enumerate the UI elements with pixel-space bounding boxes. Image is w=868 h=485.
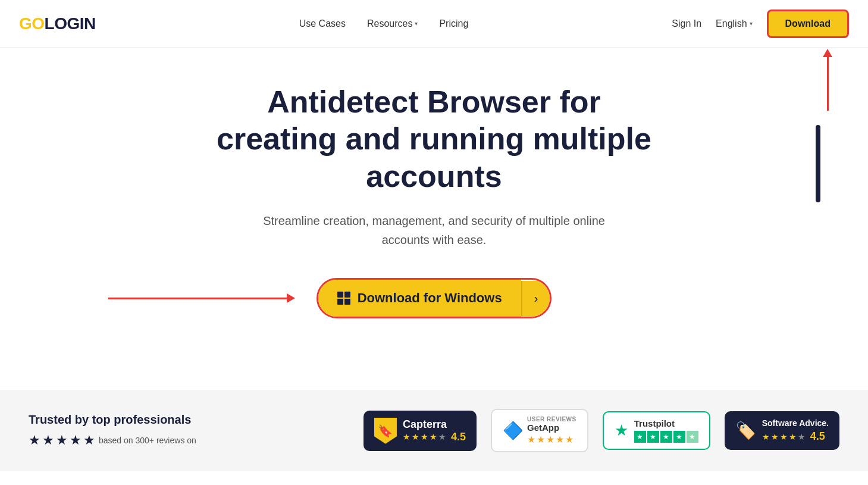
logo-text: GOLOGIN — [19, 14, 96, 33]
star-1: ★ — [29, 433, 40, 448]
logo-login: LOGIN — [45, 14, 96, 33]
capterra-name: Capterra — [403, 418, 466, 431]
getapp-label: USER REVIEWS — [527, 416, 576, 423]
navbar: GOLOGIN Use Cases Resources ▾ Pricing Si… — [0, 0, 868, 48]
badge-trustpilot[interactable]: ★ Trustpilot ★ ★ ★ ★ ★ — [603, 411, 710, 450]
trustpilot-icon: ★ — [615, 421, 628, 440]
arrow-head — [287, 293, 295, 303]
badge-software-advice[interactable]: 🏷️ Software Advice. ★ ★ ★ ★ ★ 4.5 — [725, 411, 839, 450]
star-5: ★ — [83, 433, 95, 448]
software-advice-info: Software Advice. ★ ★ ★ ★ ★ 4.5 — [762, 418, 829, 443]
getapp-icon: 🔷 — [503, 421, 524, 440]
nav-resources[interactable]: Resources ▾ — [367, 18, 418, 29]
hero-subtitle: Streamline creation, management, and sec… — [262, 211, 607, 249]
star-4: ★ — [70, 433, 82, 448]
download-button-nav[interactable]: Download — [767, 10, 849, 38]
logo[interactable]: GOLOGIN — [19, 14, 96, 33]
chevron-down-icon: ▾ — [415, 20, 418, 27]
software-advice-stars: ★ ★ ★ ★ ★ 4.5 — [762, 430, 829, 443]
badge-capterra[interactable]: 🔖 Capterra ★ ★ ★ ★ ★ 4.5 — [364, 411, 477, 451]
download-area: Download for Windows › — [317, 278, 552, 318]
nav-sign-in[interactable]: Sign In — [672, 18, 701, 29]
software-advice-name: Software Advice. — [762, 418, 829, 428]
rating-stars: ★ ★ ★ ★ ★ — [29, 433, 95, 448]
nav-language[interactable]: English ▾ — [716, 18, 752, 29]
trustpilot-stars: ★ ★ ★ ★ ★ — [634, 431, 698, 443]
capterra-icon: 🔖 — [374, 418, 397, 444]
capterra-info: Capterra ★ ★ ★ ★ ★ 4.5 — [403, 418, 466, 443]
logo-go: GO — [19, 14, 45, 33]
trustpilot-name: Trustpilot — [634, 418, 698, 428]
annotation-arrow-left — [108, 293, 295, 303]
nav-pricing[interactable]: Pricing — [439, 18, 468, 29]
stars-text: based on 300+ reviews on — [99, 436, 196, 445]
vertical-bar-decoration — [816, 125, 820, 202]
nav-links: Use Cases Resources ▾ Pricing — [299, 18, 469, 29]
stars-row: ★ ★ ★ ★ ★ based on 300+ reviews on — [29, 433, 196, 448]
badge-getapp[interactable]: 🔷 USER REVIEWS GetApp ★ ★ ★ ★ ★ — [491, 409, 588, 452]
hero-title: Antidetect Browser for creating and runn… — [208, 83, 660, 195]
hero-section: Antidetect Browser for creating and runn… — [0, 48, 868, 342]
nav-use-cases[interactable]: Use Cases — [299, 18, 346, 29]
trusted-title: Trusted by top professionals — [29, 413, 196, 427]
star-3: ★ — [56, 433, 68, 448]
nav-right: Sign In English ▾ Download — [672, 10, 849, 38]
windows-icon — [337, 292, 350, 305]
download-more-options[interactable]: › — [521, 281, 550, 316]
chevron-down-icon: ▾ — [750, 20, 753, 27]
getapp-info: USER REVIEWS GetApp ★ ★ ★ ★ ★ — [527, 416, 576, 445]
star-2: ★ — [42, 433, 54, 448]
getapp-stars: ★ ★ ★ ★ ★ — [527, 434, 576, 445]
software-advice-icon: 🏷️ — [735, 421, 756, 440]
capterra-score: 4.5 — [451, 431, 466, 443]
getapp-name: GetApp — [527, 423, 576, 433]
trustpilot-info: Trustpilot ★ ★ ★ ★ ★ — [634, 418, 698, 443]
trusted-section: Trusted by top professionals ★ ★ ★ ★ ★ b… — [0, 390, 868, 471]
trusted-left: Trusted by top professionals ★ ★ ★ ★ ★ b… — [29, 413, 196, 448]
software-advice-score: 4.5 — [810, 430, 825, 443]
download-windows-main[interactable]: Download for Windows — [318, 280, 521, 317]
arrow-line — [108, 298, 287, 299]
badges-row: 🔖 Capterra ★ ★ ★ ★ ★ 4.5 🔷 USER — [225, 409, 839, 452]
capterra-stars: ★ ★ ★ ★ ★ 4.5 — [403, 431, 466, 443]
download-windows-label: Download for Windows — [358, 290, 502, 306]
download-windows-button[interactable]: Download for Windows › — [317, 278, 552, 318]
